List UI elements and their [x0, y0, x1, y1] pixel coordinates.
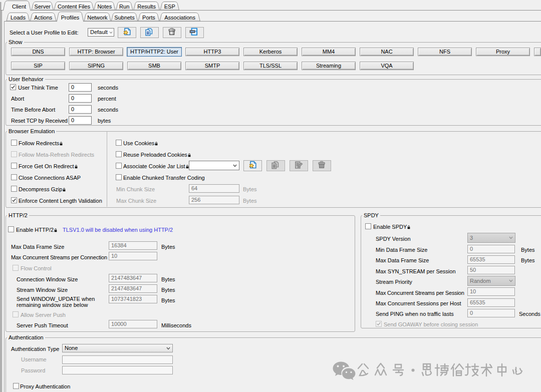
svg-text:Client: Client: [12, 4, 26, 10]
svg-text:Associations: Associations: [164, 15, 195, 21]
svg-text:Ports: Ports: [142, 15, 155, 21]
svg-text:Notes: Notes: [97, 4, 112, 10]
svg-text:Results: Results: [137, 4, 156, 10]
svg-text:Profiles: Profiles: [61, 15, 80, 21]
svg-text:Run: Run: [119, 4, 129, 10]
svg-text:Loads: Loads: [11, 15, 26, 21]
svg-text:ESP: ESP: [164, 4, 175, 10]
svg-text:Content Files: Content Files: [58, 4, 90, 10]
svg-text:Actions: Actions: [34, 15, 53, 21]
svg-text:Server: Server: [35, 4, 51, 10]
svg-text:Subnets: Subnets: [114, 15, 135, 21]
svg-text:Network: Network: [87, 15, 108, 21]
